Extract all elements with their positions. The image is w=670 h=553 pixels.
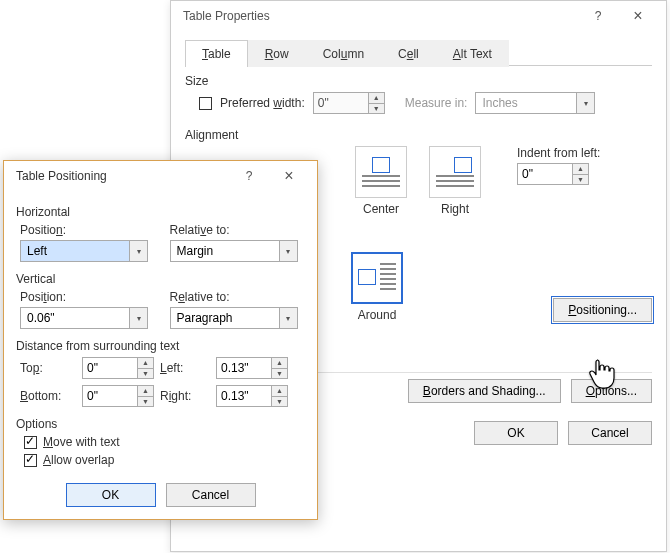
- positioning-title: Table Positioning: [12, 169, 229, 183]
- indent-from-left-label: Indent from left:: [517, 146, 600, 160]
- move-with-text-checkbox[interactable]: [24, 436, 37, 449]
- measure-in-label: Measure in:: [405, 96, 468, 110]
- table-positioning-dialog: Table Positioning ? × Horizontal Positio…: [3, 160, 318, 520]
- allow-overlap-checkbox[interactable]: [24, 454, 37, 467]
- tab-column[interactable]: Column: [306, 40, 381, 67]
- distance-group-label: Distance from surrounding text: [16, 339, 305, 353]
- alignment-center-label: Center: [363, 202, 399, 216]
- preferred-width-checkbox[interactable]: [199, 97, 212, 110]
- v-relative-to-label: Relative to:: [170, 290, 306, 304]
- alignment-right-button[interactable]: [429, 146, 481, 198]
- h-relative-to-label: Relative to:: [170, 223, 306, 237]
- positioning-titlebar: Table Positioning ? ×: [4, 161, 317, 191]
- measure-in-select[interactable]: Inches▾: [475, 92, 595, 114]
- table-options-button[interactable]: Options...: [571, 379, 652, 403]
- preferred-width-input[interactable]: ▲▼: [313, 92, 385, 114]
- positioning-button[interactable]: Positioning...: [553, 298, 652, 322]
- allow-overlap-label: Allow overlap: [43, 453, 114, 467]
- positioning-cancel-button[interactable]: Cancel: [166, 483, 256, 507]
- options-group-label: Options: [16, 417, 305, 431]
- tab-cell[interactable]: Cell: [381, 40, 436, 67]
- close-button[interactable]: ×: [618, 1, 658, 31]
- alignment-center-button[interactable]: [355, 146, 407, 198]
- text-wrapping-around-button[interactable]: [351, 252, 403, 304]
- text-wrapping-around-label: Around: [358, 308, 397, 322]
- h-position-select[interactable]: Left▾: [20, 240, 148, 262]
- preferred-width-label: Preferred width:: [220, 96, 305, 110]
- move-with-text-label: Move with text: [43, 435, 120, 449]
- dist-right-label: Right:: [160, 389, 210, 403]
- h-relative-to-select[interactable]: Margin▾: [170, 240, 298, 262]
- vertical-group-label: Vertical: [16, 272, 305, 286]
- horizontal-group-label: Horizontal: [16, 205, 305, 219]
- dialog-title: Table Properties: [179, 9, 578, 23]
- v-position-select[interactable]: 0.06"▾: [20, 307, 148, 329]
- props-ok-button[interactable]: OK: [474, 421, 558, 445]
- tab-row[interactable]: Row: [248, 40, 306, 67]
- v-position-label: Position:: [20, 290, 156, 304]
- dist-right-input[interactable]: ▲▼: [216, 385, 288, 407]
- positioning-ok-button[interactable]: OK: [66, 483, 156, 507]
- size-group-label: Size: [185, 74, 652, 88]
- dist-left-input[interactable]: ▲▼: [216, 357, 288, 379]
- indent-from-left-input[interactable]: ▲▼: [517, 163, 589, 185]
- tab-strip: Table Row Column Cell Alt Text: [185, 39, 652, 66]
- alignment-right-label: Right: [441, 202, 469, 216]
- tab-alt-text[interactable]: Alt Text: [436, 40, 509, 67]
- tab-table[interactable]: Table: [185, 40, 248, 67]
- dist-bottom-input[interactable]: ▲▼: [82, 385, 154, 407]
- h-position-label: Position:: [20, 223, 156, 237]
- positioning-help-button[interactable]: ?: [229, 161, 269, 191]
- alignment-group-label: Alignment: [185, 128, 652, 142]
- dist-bottom-label: Bottom:: [20, 389, 76, 403]
- dist-top-input[interactable]: ▲▼: [82, 357, 154, 379]
- dist-left-label: Left:: [160, 361, 210, 375]
- titlebar: Table Properties ? ×: [171, 1, 666, 31]
- props-cancel-button[interactable]: Cancel: [568, 421, 652, 445]
- borders-and-shading-button[interactable]: Borders and Shading...: [408, 379, 561, 403]
- v-relative-to-select[interactable]: Paragraph▾: [170, 307, 298, 329]
- dist-top-label: Top:: [20, 361, 76, 375]
- positioning-close-button[interactable]: ×: [269, 161, 309, 191]
- help-button[interactable]: ?: [578, 1, 618, 31]
